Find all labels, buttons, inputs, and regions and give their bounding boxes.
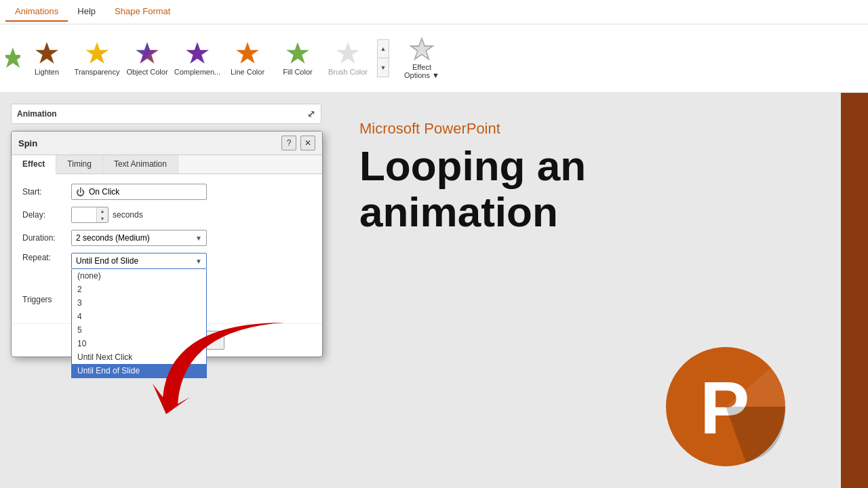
ppt-logo: P <box>665 346 787 468</box>
ppt-logo-svg: P <box>665 346 787 468</box>
tab-help[interactable]: Help <box>68 2 105 22</box>
dialog-controls: ? ✕ <box>281 136 315 150</box>
main-content: Animation ⤢ Spin ? ✕ Effect Timing Text … <box>0 93 868 488</box>
duration-select[interactable]: 2 seconds (Medium) ▼ <box>71 230 207 246</box>
duration-row: Duration: 2 seconds (Medium) ▼ <box>22 230 311 246</box>
svg-marker-1 <box>35 42 58 64</box>
dialog-titlebar: Spin ? ✕ <box>12 131 322 155</box>
svg-marker-3 <box>136 42 159 64</box>
ribbon-item-lighten[interactable]: Lighten <box>23 28 71 88</box>
start-field[interactable]: ⏻ On Click <box>71 184 207 200</box>
effect-options-label: EffectOptions ▼ <box>404 63 439 79</box>
start-row: Start: ⏻ On Click <box>22 184 311 200</box>
duration-arrow: ▼ <box>195 235 202 242</box>
dialog-tabs: Effect Timing Text Animation <box>12 155 322 174</box>
delay-control: 0 ▲ ▼ seconds <box>71 207 143 223</box>
repeat-dropdown: (none) 2 3 4 5 10 Until Next Click Until… <box>71 269 207 378</box>
ribbon-item-transparency[interactable]: Transparency <box>73 28 121 88</box>
repeat-select[interactable]: Until End of Slide ▼ <box>71 253 207 269</box>
dialog-tab-text-animation[interactable]: Text Animation <box>103 155 178 174</box>
repeat-option-3[interactable]: 3 <box>72 296 206 310</box>
ribbon-items-area: Lighten Transparency <box>0 24 868 92</box>
triggers-label: Triggers <box>22 295 71 304</box>
dialog-tab-effect[interactable]: Effect <box>12 155 56 174</box>
start-value: On Click <box>89 187 119 197</box>
ribbon-tab-bar: Animations Help Shape Format <box>0 0 868 24</box>
repeat-option-until-next-click[interactable]: Until Next Click <box>72 350 206 364</box>
delay-label: Delay: <box>22 210 71 220</box>
duration-label: Duration: <box>22 233 71 243</box>
svg-marker-4 <box>186 42 209 64</box>
repeat-label: Repeat: <box>22 253 71 262</box>
ribbon: Animations Help Shape Format Lighten <box>0 0 868 93</box>
ribbon-item-fill-color[interactable]: Fill Color <box>274 28 321 88</box>
pane-expand-icon[interactable]: ⤢ <box>307 108 315 119</box>
delay-spinner: 0 ▲ ▼ <box>71 207 108 223</box>
repeat-arrow: ▼ <box>195 258 202 265</box>
ribbon-item-partial[interactable] <box>5 28 20 88</box>
repeat-field: Until End of Slide ▼ (none) 2 3 4 5 10 U… <box>71 253 207 269</box>
spin-dialog: Spin ? ✕ Effect Timing Text Animation St… <box>11 131 323 357</box>
animation-pane-title: Animation <box>17 109 57 119</box>
dialog-body: Start: ⏻ On Click Delay: 0 <box>12 174 322 323</box>
repeat-row: Repeat: Until End of Slide ▼ (none) 2 3 … <box>22 253 311 269</box>
dialog-close-btn[interactable]: ✕ <box>300 136 315 150</box>
dialog-help-btn[interactable]: ? <box>281 136 296 150</box>
duration-value: 2 seconds (Medium) <box>76 233 150 243</box>
ribbon-item-object-color[interactable]: Object Color <box>123 28 171 88</box>
tab-animations[interactable]: Animations <box>5 2 68 22</box>
scroll-up-btn[interactable]: ▲ <box>377 39 389 58</box>
on-click-icon: ⏻ <box>76 187 85 197</box>
start-control: ⏻ On Click <box>71 184 311 200</box>
delay-spinner-btns: ▲ ▼ <box>96 207 108 222</box>
lighten-label: Lighten <box>35 68 59 76</box>
repeat-option-10[interactable]: 10 <box>72 337 206 350</box>
transparency-label: Transparency <box>75 68 120 76</box>
repeat-option-5[interactable]: 5 <box>72 323 206 337</box>
fill-color-label: Fill Color <box>283 68 312 76</box>
main-title: Looping an animation <box>359 143 586 235</box>
delay-row: Delay: 0 ▲ ▼ seconds <box>22 207 311 223</box>
svg-marker-5 <box>236 42 259 64</box>
svg-marker-2 <box>85 42 108 64</box>
ribbon-scroll-buttons: ▲ ▼ <box>377 39 389 77</box>
object-color-label: Object Color <box>126 68 167 76</box>
left-panel: Animation ⤢ Spin ? ✕ Effect Timing Text … <box>0 93 332 488</box>
ribbon-item-complement[interactable]: Complemen... <box>174 28 221 88</box>
delay-seconds-label: seconds <box>113 210 143 220</box>
svg-marker-0 <box>5 47 20 68</box>
repeat-option-until-end-slide[interactable]: Until End of Slide <box>72 364 206 378</box>
dialog-title: Spin <box>18 138 37 148</box>
start-label: Start: <box>22 187 71 197</box>
repeat-value: Until End of Slide <box>76 256 138 266</box>
line-color-label: Line Color <box>231 68 264 76</box>
ribbon-item-brush-color[interactable]: Brush Color <box>324 28 372 88</box>
effect-options-button[interactable]: EffectOptions ▼ <box>395 28 449 88</box>
dialog-tab-timing[interactable]: Timing <box>56 155 103 174</box>
repeat-option-4[interactable]: 4 <box>72 310 206 323</box>
right-sidebar <box>841 93 868 488</box>
brand-subtitle: Microsoft PowerPoint <box>359 120 500 138</box>
complement-label: Complemen... <box>174 68 220 76</box>
svg-marker-7 <box>336 42 359 64</box>
duration-control: 2 seconds (Medium) ▼ <box>71 230 311 246</box>
svg-marker-6 <box>286 42 309 64</box>
delay-up-btn[interactable]: ▲ <box>97 207 108 215</box>
repeat-option-2[interactable]: 2 <box>72 283 206 296</box>
repeat-option-none[interactable]: (none) <box>72 269 206 283</box>
delay-input[interactable]: 0 <box>72 207 96 222</box>
brush-color-label: Brush Color <box>328 68 368 76</box>
delay-down-btn[interactable]: ▼ <box>97 215 108 222</box>
right-panel: Microsoft PowerPoint Looping an animatio… <box>332 93 841 488</box>
tab-shape-format[interactable]: Shape Format <box>105 2 180 22</box>
scroll-down-btn[interactable]: ▼ <box>377 58 389 77</box>
animation-pane-header: Animation ⤢ <box>11 104 321 124</box>
ribbon-item-line-color[interactable]: Line Color <box>224 28 271 88</box>
